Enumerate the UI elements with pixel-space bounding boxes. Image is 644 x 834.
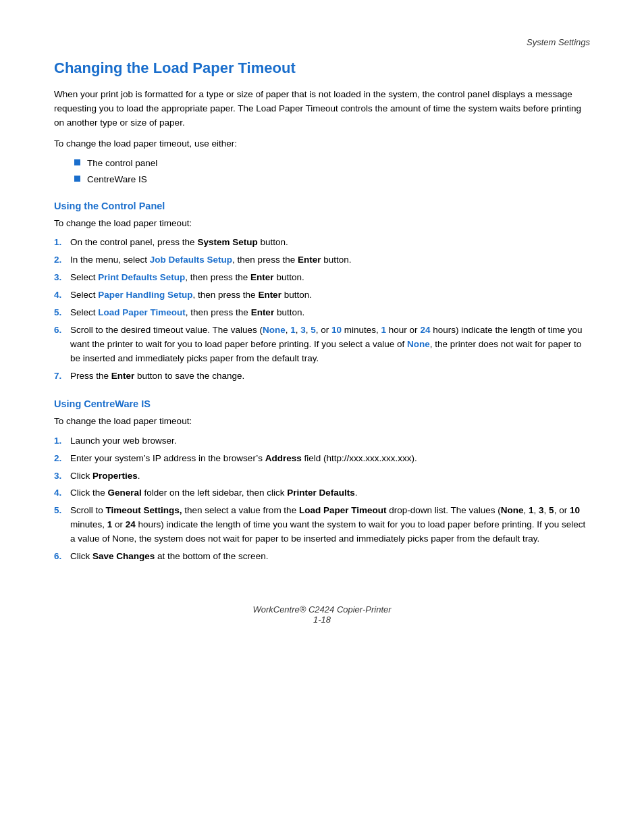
bold-blue-text: None [407,339,430,349]
bold-text: 10 [570,505,580,515]
step-content: Enter your system’s IP address in the br… [70,452,590,466]
step-content: Click the General folder on the left sid… [70,486,590,500]
step-number: 4. [54,288,70,303]
table-row: 6. Scroll to the desired timeout value. … [54,323,590,366]
step-number: 1. [54,434,70,448]
page: System Settings Changing the Load Paper … [0,0,644,679]
bold-text: Enter [258,290,281,300]
use-either-text: To change the load paper timeout, use ei… [54,137,590,151]
bold-text: Address [265,453,302,463]
bold-blue-text: 24 [420,325,430,335]
section2-heading: Using CentreWare IS [54,398,590,409]
bold-text: Properties [92,471,138,481]
bold-blue-text: 10 [331,325,342,335]
bold-blue-text: 1 [381,325,387,335]
bold-blue-text: 5 [311,325,316,335]
step-content: Scroll to Timeout Settings, then select … [70,504,590,546]
section1-intro: To change the load paper timeout: [54,217,590,231]
bold-text: Printer Defaults [287,488,355,498]
table-row: 5. Select Load Paper Timeout, then press… [54,306,590,320]
step-content: In the menu, select Job Defaults Setup, … [70,253,590,267]
bold-text: Enter [250,272,274,282]
bullet-icon [74,159,80,165]
bold-text: Enter [251,307,275,317]
bold-blue-text: 1 [290,325,296,335]
step-content: Click Properties. [70,469,590,484]
bold-text: Timeout Settings, [106,505,182,515]
intro-paragraph: When your print job is formatted for a t… [54,88,590,130]
bold-text: System Setup [197,237,257,247]
table-row: 2. Enter your system’s IP address in the… [54,452,590,466]
bold-blue-text: 3 [300,325,306,335]
bold-text: 3 [539,505,544,515]
bold-blue-text: Job Defaults Setup [150,255,232,265]
step-content: Scroll to the desired timeout value. The… [70,323,590,366]
footer-product: WorkCentre® C2424 Copier-Printer [54,604,590,615]
page-header: System Settings [54,37,590,47]
step-number: 2. [54,253,70,267]
bold-blue-text: None [263,325,286,335]
step-content: Launch your web browser. [70,434,590,448]
bullet-text: The control panel [87,157,157,171]
bold-text: 5 [549,505,554,515]
footer-page: 1-18 [54,615,590,625]
section2: Using CentreWare IS To change the load p… [54,398,590,564]
table-row: 1. On the control panel, press the Syste… [54,236,590,250]
bold-blue-text: Print Defaults Setup [98,272,185,282]
step-content: Select Print Defaults Setup, then press … [70,271,590,285]
table-row: 4. Click the General folder on the left … [54,486,590,500]
table-row: 2. In the menu, select Job Defaults Setu… [54,253,590,267]
table-row: 5. Scroll to Timeout Settings, then sele… [54,504,590,546]
bold-blue-text: Paper Handling Setup [98,290,192,300]
section1: Using the Control Panel To change the lo… [54,201,590,384]
section2-intro: To change the load paper timeout: [54,415,590,429]
page-title: Changing the Load Paper Timeout [54,59,590,77]
table-row: 6. Click Save Changes at the bottom of t… [54,550,590,564]
step-content: Press the Enter button to save the chang… [70,369,590,384]
bold-text: 1 [529,505,534,515]
bold-text: 1 [107,519,113,529]
step-content: Select Load Paper Timeout, then press th… [70,306,590,320]
section1-heading: Using the Control Panel [54,201,590,211]
bold-text: Enter [111,371,135,381]
bold-blue-text: Load Paper Timeout [98,307,186,317]
step-number: 6. [54,550,70,564]
step-number: 5. [54,306,70,320]
bold-text: None [501,505,524,515]
bullet-icon [74,176,80,182]
bullet-list: The control panel CentreWare IS [74,157,590,187]
step-number: 5. [54,504,70,518]
table-row: 3. Click Properties. [54,469,590,484]
list-item: CentreWare IS [74,173,590,187]
step-content: On the control panel, press the System S… [70,236,590,250]
step-content: Click Save Changes at the bottom of the … [70,550,590,564]
section2-steps: 1. Launch your web browser. 2. Enter you… [54,434,590,564]
table-row: 1. Launch your web browser. [54,434,590,448]
step-number: 1. [54,236,70,250]
bold-text: Enter [298,255,321,265]
table-row: 7. Press the Enter button to save the ch… [54,369,590,384]
table-row: 4. Select Paper Handling Setup, then pre… [54,288,590,303]
section1-steps: 1. On the control panel, press the Syste… [54,236,590,383]
step-number: 7. [54,369,70,384]
bold-text: Save Changes [92,551,155,561]
bold-text: Load Paper Timeout [299,505,387,515]
header-label: System Settings [527,37,590,47]
step-number: 2. [54,452,70,466]
step-number: 6. [54,323,70,338]
list-item: The control panel [74,157,590,171]
step-number: 3. [54,469,70,484]
bold-text: 24 [126,519,136,529]
bold-text: General [108,488,142,498]
step-number: 4. [54,486,70,500]
bullet-text: CentreWare IS [87,173,147,187]
step-number: 3. [54,271,70,285]
step-content: Select Paper Handling Setup, then press … [70,288,590,303]
page-footer: WorkCentre® C2424 Copier-Printer 1-18 [54,604,590,625]
table-row: 3. Select Print Defaults Setup, then pre… [54,271,590,285]
